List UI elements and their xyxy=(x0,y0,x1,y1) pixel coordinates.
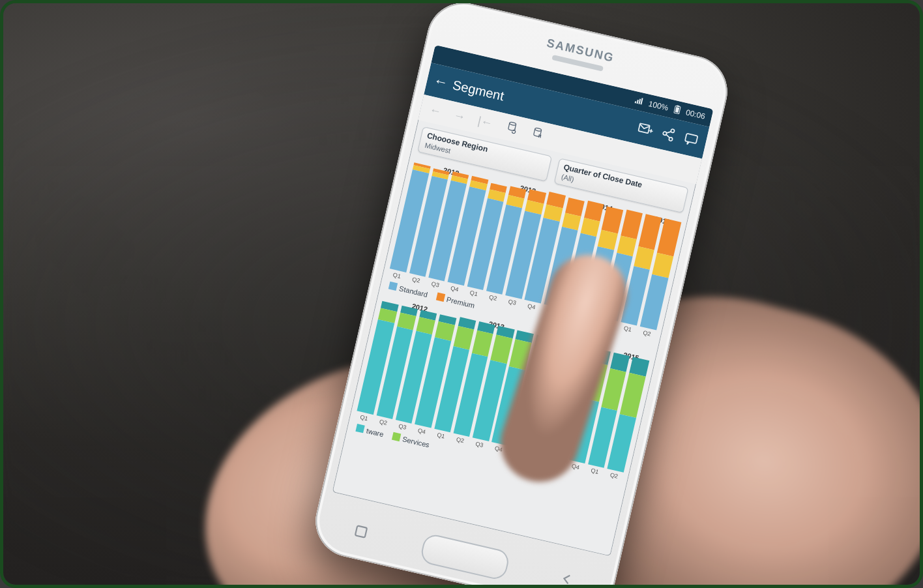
recent-apps-icon[interactable] xyxy=(351,522,371,542)
db-refresh-icon[interactable] xyxy=(503,119,520,138)
svg-point-5 xyxy=(671,129,675,133)
battery-pct: 100% xyxy=(648,99,669,113)
db-pause-icon[interactable] xyxy=(529,125,545,143)
back-button-icon[interactable] xyxy=(557,569,577,588)
comment-icon[interactable] xyxy=(681,129,701,149)
legend-services: Services xyxy=(402,435,430,448)
battery-full-icon xyxy=(672,104,682,116)
signal-icon xyxy=(634,96,645,108)
legend-premium: Premium xyxy=(446,295,476,310)
svg-rect-1 xyxy=(677,105,679,107)
legend-standard: Standard xyxy=(398,284,428,299)
svg-rect-7 xyxy=(685,134,698,144)
svg-point-8 xyxy=(509,122,516,126)
legend-ware: tware xyxy=(366,427,385,439)
nav-back-icon[interactable]: ← xyxy=(428,104,443,118)
status-time: 00:06 xyxy=(685,108,706,121)
mail-compose-icon[interactable] xyxy=(636,119,656,139)
share-icon[interactable] xyxy=(658,124,679,144)
nav-first-icon[interactable]: |← xyxy=(476,115,493,130)
svg-rect-2 xyxy=(675,107,680,113)
home-button[interactable] xyxy=(419,533,511,581)
page-title: Segment xyxy=(451,77,505,103)
nav-forward-icon[interactable]: → xyxy=(452,109,467,123)
svg-rect-10 xyxy=(355,525,367,537)
svg-point-9 xyxy=(535,128,542,132)
back-arrow-icon[interactable]: ← xyxy=(432,73,448,90)
